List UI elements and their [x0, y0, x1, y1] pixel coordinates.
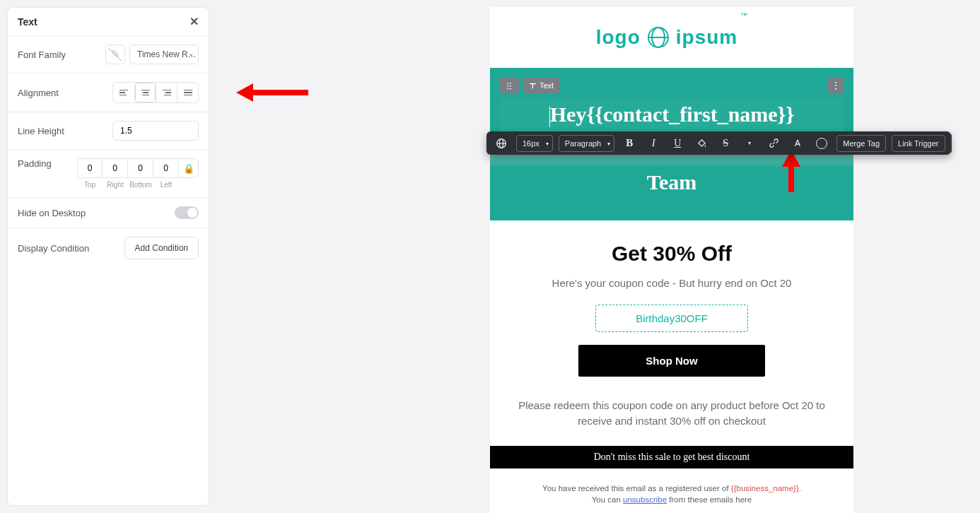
padding-left-caption: Left	[153, 181, 199, 189]
hide-desktop-label: Hide on Desktop	[18, 208, 86, 218]
svg-rect-5	[510, 88, 511, 89]
link-icon[interactable]	[764, 134, 783, 153]
chevron-down-icon[interactable]: ▾	[740, 134, 759, 153]
globe-icon[interactable]	[492, 134, 511, 153]
email-footer[interactable]: You have received this email as a regist…	[490, 468, 853, 514]
promo-title[interactable]: Get 30% Off	[518, 242, 825, 266]
padding-bottom-input[interactable]	[128, 158, 153, 178]
align-justify-button[interactable]	[177, 83, 198, 102]
unsubscribe-link[interactable]: unsubscribe	[623, 495, 667, 504]
chevron-down-icon: ▾	[546, 141, 549, 147]
padding-top-input[interactable]	[77, 158, 103, 178]
footer-business-tag: {{business_name}}	[731, 484, 799, 493]
coupon-code[interactable]: Birthday30OFF	[595, 305, 748, 332]
line-height-input[interactable]	[112, 121, 199, 141]
globe-icon	[648, 27, 669, 48]
footer-line2a: You can	[592, 495, 623, 504]
rich-text-toolbar: 16px▾ Paragraph▾ B I U S ▾ Merge Tag Lin…	[486, 131, 951, 155]
link-trigger-button[interactable]: Link Trigger	[892, 135, 945, 152]
padding-right-input[interactable]	[103, 158, 128, 178]
logo-block[interactable]: logo ipsum ™	[490, 7, 853, 68]
add-condition-button[interactable]: Add Condition	[124, 237, 199, 259]
align-left-button[interactable]	[113, 83, 134, 102]
padding-bottom-caption: Bottom	[128, 181, 153, 189]
shop-now-button[interactable]: Shop Now	[578, 345, 765, 377]
padding-label: Padding	[18, 158, 52, 169]
footer-line1c: .	[799, 484, 801, 493]
email-canvas[interactable]: logo ipsum ™ Text ⋮ Hey{{contact_first_n…	[490, 7, 853, 513]
align-right-button[interactable]	[156, 83, 177, 102]
display-condition-label: Display Condition	[18, 243, 89, 254]
promo-subtitle[interactable]: Here's your coupon code - But hurry end …	[518, 277, 825, 289]
alignment-label: Alignment	[18, 88, 59, 98]
highlight-color-icon[interactable]	[812, 134, 831, 153]
text-properties-panel: Text ✕ Font Family ✎ Times New R… ⌄ Alig…	[7, 7, 209, 506]
svg-rect-7	[532, 83, 533, 88]
hero-text-editable[interactable]: Hey{{contact_first_name}}	[500, 98, 844, 134]
padding-lock-icon[interactable]: 🔒	[179, 158, 199, 178]
svg-rect-2	[507, 88, 508, 89]
chevron-down-icon: ▾	[607, 141, 610, 147]
svg-rect-0	[507, 82, 508, 83]
line-height-label: Line Height	[18, 126, 64, 136]
black-banner[interactable]: Don't miss this sale to get best discoun…	[490, 446, 853, 468]
redeem-text[interactable]: Please redeem this coupon code on any pr…	[518, 398, 825, 429]
font-size-select[interactable]: 16px▾	[516, 135, 553, 152]
padding-right-caption: Right	[103, 181, 128, 189]
drag-handle-icon[interactable]	[500, 78, 519, 93]
padding-left-input[interactable]	[153, 158, 179, 178]
chevron-down-icon: ⌄	[188, 49, 194, 57]
text-color-icon[interactable]	[788, 134, 807, 153]
merge-tag-button[interactable]: Merge Tag	[836, 135, 886, 152]
logo-text-left: logo	[596, 26, 641, 49]
paint-bucket-icon[interactable]	[692, 134, 711, 153]
font-family-label: Font Family	[18, 49, 66, 60]
font-reset-icon[interactable]: ✎	[105, 45, 125, 64]
svg-rect-1	[507, 85, 508, 86]
trademark-icon: ™	[740, 11, 747, 19]
underline-icon[interactable]: U	[668, 134, 687, 153]
annotation-arrow-up	[782, 150, 800, 192]
paragraph-select[interactable]: Paragraph▾	[559, 135, 614, 152]
hide-desktop-toggle[interactable]	[175, 206, 199, 219]
block-menu-icon[interactable]: ⋮	[828, 78, 844, 93]
footer-line2b: from these emails here	[667, 495, 752, 504]
alignment-group	[112, 82, 199, 103]
font-family-select[interactable]: Times New R… ⌄	[129, 45, 199, 64]
svg-rect-4	[510, 85, 511, 86]
italic-icon[interactable]: I	[644, 134, 663, 153]
bold-icon[interactable]: B	[620, 134, 638, 153]
strikethrough-icon[interactable]: S	[716, 134, 735, 153]
footer-line1a: You have received this email as a regist…	[542, 484, 731, 493]
annotation-arrow-left	[236, 83, 308, 102]
logo-text-right: ipsum	[676, 26, 737, 49]
panel-title: Text	[18, 16, 37, 28]
block-type-tag[interactable]: Text	[523, 78, 559, 93]
svg-rect-3	[510, 82, 511, 83]
close-icon[interactable]: ✕	[189, 15, 199, 28]
align-center-button[interactable]	[134, 83, 156, 102]
padding-top-caption: Top	[77, 181, 103, 189]
